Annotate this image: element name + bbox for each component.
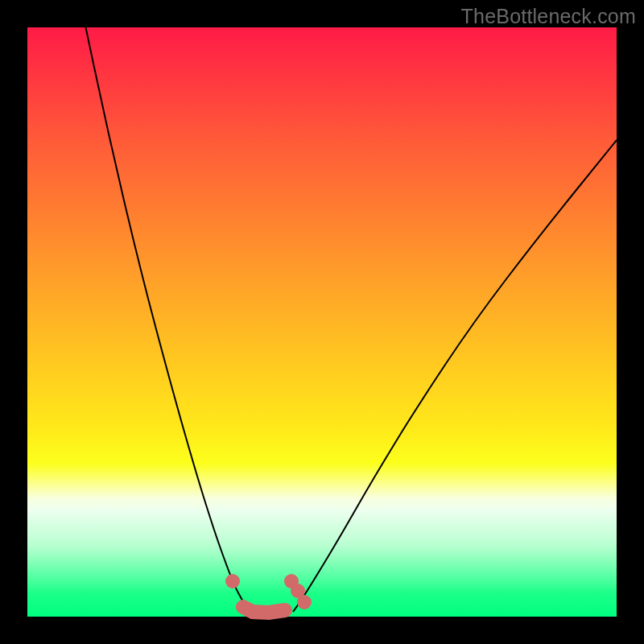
bottleneck-band [243,607,285,613]
chart-frame: TheBottleneck.com [0,0,644,644]
marker-dot [225,574,240,588]
watermark-text: TheBottleneck.com [461,5,636,28]
marker-dot [297,595,312,609]
plot-area [27,27,617,617]
chart-svg [27,27,617,617]
right-curve [293,140,617,612]
left-curve [79,0,250,612]
